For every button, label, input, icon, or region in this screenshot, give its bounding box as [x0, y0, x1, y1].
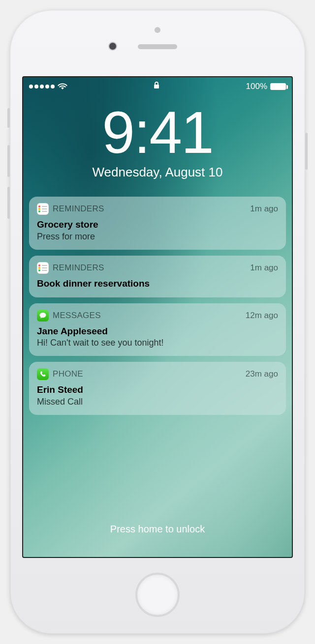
notification-time: 1m ago	[250, 204, 278, 214]
mute-switch[interactable]	[7, 108, 10, 128]
lock-screen[interactable]: 100% 9:41 Wednesday, August 10 REMINDERS…	[22, 76, 293, 558]
notification-list[interactable]: REMINDERS 1m ago Grocery store Press for…	[23, 197, 292, 415]
wifi-icon	[58, 83, 67, 90]
notification-body: Missed Call	[37, 397, 278, 407]
volume-up-button[interactable]	[7, 145, 10, 177]
notification-app-name: REMINDERS	[53, 263, 246, 273]
status-right: 100%	[246, 82, 286, 91]
notification-time: 12m ago	[246, 311, 278, 321]
front-camera	[108, 42, 117, 51]
notification-card[interactable]: REMINDERS 1m ago Book dinner reservation…	[29, 256, 286, 297]
earpiece-speaker	[138, 44, 177, 49]
cellular-signal-icon	[29, 85, 55, 88]
notification-card[interactable]: MESSAGES 12m ago Jane Appleseed Hi! Can'…	[29, 303, 286, 356]
iphone-device-frame: 100% 9:41 Wednesday, August 10 REMINDERS…	[10, 10, 305, 634]
notification-app-name: REMINDERS	[53, 204, 246, 214]
notification-title: Grocery store	[37, 219, 278, 231]
phone-app-icon	[37, 368, 49, 380]
status-left	[29, 83, 67, 90]
home-button[interactable]	[135, 573, 180, 617]
notification-title: Jane Appleseed	[37, 325, 278, 337]
status-bar: 100%	[23, 77, 292, 92]
reminders-app-icon	[37, 262, 49, 274]
notification-app-name: PHONE	[53, 369, 242, 379]
status-center	[67, 82, 246, 91]
notification-card[interactable]: PHONE 23m ago Erin Steed Missed Call	[29, 362, 286, 415]
notification-app-name: MESSAGES	[53, 311, 242, 321]
notification-time: 23m ago	[246, 369, 278, 379]
power-button[interactable]	[305, 133, 308, 170]
notification-time: 1m ago	[250, 263, 278, 273]
clock-date: Wednesday, August 10	[23, 165, 292, 180]
notification-title: Book dinner reservations	[37, 278, 278, 290]
proximity-sensor	[155, 27, 160, 33]
notification-card[interactable]: REMINDERS 1m ago Grocery store Press for…	[29, 197, 286, 250]
notification-title: Erin Steed	[37, 384, 278, 396]
lock-icon	[154, 82, 159, 91]
messages-app-icon	[37, 310, 49, 322]
svg-rect-0	[154, 85, 159, 88]
notification-body: Press for more	[37, 232, 278, 242]
battery-percentage: 100%	[246, 82, 267, 91]
unlock-hint: Press home to unlock	[23, 524, 292, 535]
notification-body: Hi! Can't wait to see you tonight!	[37, 338, 278, 348]
reminders-app-icon	[37, 203, 49, 215]
battery-icon	[270, 83, 286, 90]
clock-time: 9:41	[23, 103, 292, 162]
clock-block: 9:41 Wednesday, August 10	[23, 103, 292, 180]
volume-down-button[interactable]	[7, 187, 10, 219]
